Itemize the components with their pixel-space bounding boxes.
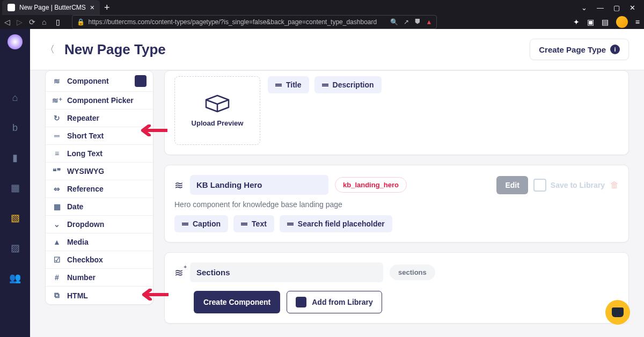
- save-icon: [533, 179, 546, 192]
- short-text-icon: ═: [52, 131, 62, 140]
- component-slug: kb_landing_hero: [335, 177, 407, 193]
- browser-toolbar: ◁ ▷ ⟳ ⌂ ▯ 🔒 https://buttercms.com/conten…: [0, 15, 644, 29]
- field-type-list: ≋Component ≋⁺Component Picker ↻Repeater …: [45, 70, 153, 305]
- new-tab-button[interactable]: +: [104, 2, 110, 13]
- reload-icon[interactable]: ⟳: [29, 18, 35, 26]
- sections-card: ≋+ sections Create Component Add from Li…: [164, 252, 629, 324]
- check-icon: ☑: [52, 255, 62, 264]
- home-icon[interactable]: ⌂: [42, 18, 46, 26]
- calendar-icon: ▦: [52, 202, 62, 211]
- lines-icon: [275, 84, 282, 86]
- field-item-component[interactable]: ≋Component: [46, 71, 153, 92]
- sections-slug: sections: [390, 265, 435, 280]
- maximize-icon[interactable]: ▢: [613, 4, 620, 12]
- add-from-library-button[interactable]: Add from Library: [287, 291, 382, 313]
- field-item-date[interactable]: ▦Date: [46, 198, 153, 216]
- app-header: 〈 New Page Type Create Page Type i: [30, 29, 644, 70]
- profile-avatar[interactable]: [616, 16, 628, 28]
- page-title: New Page Type: [64, 41, 166, 58]
- field-chip-text[interactable]: Text: [233, 215, 274, 232]
- field-chip-title[interactable]: Title: [268, 76, 309, 93]
- browser-tab[interactable]: New Page | ButterCMS ×: [2, 0, 100, 15]
- bookmark-icon[interactable]: ▯: [56, 18, 60, 26]
- close-icon[interactable]: ×: [90, 3, 94, 12]
- preview-card: Upload Preview Title Description: [164, 70, 629, 155]
- back-chevron-icon[interactable]: 〈: [45, 43, 55, 56]
- field-chip-search-placeholder[interactable]: Search field placeholder: [280, 215, 392, 232]
- lines-icon: [322, 84, 328, 86]
- chevron-down-icon[interactable]: ⌄: [581, 4, 587, 12]
- chat-icon: [612, 307, 624, 317]
- library-badge-icon: [135, 75, 147, 87]
- rail-grid-icon[interactable]: ▦: [4, 177, 26, 199]
- close-window-icon[interactable]: ✕: [630, 4, 635, 12]
- chat-fab[interactable]: [605, 300, 630, 325]
- extension-icon[interactable]: ✦: [573, 18, 580, 26]
- link-icon: ⇔: [52, 185, 62, 193]
- app-side-rail: ⌂ b ▮ ▦ ▧ ▨ 👥: [0, 29, 30, 337]
- field-item-wysiwyg[interactable]: ❝❞WYSIWYG: [46, 163, 153, 180]
- chevron-down-icon: ⌄: [52, 220, 62, 229]
- app-main: 〈 New Page Type Create Page Type i ≋Comp…: [30, 29, 644, 337]
- tab-favicon: [8, 4, 15, 11]
- lines-icon: [287, 223, 294, 225]
- component-description: Hero component for knowledge base landin…: [174, 200, 619, 209]
- field-item-checkbox[interactable]: ☑Checkbox: [46, 251, 153, 269]
- layers-plus-icon: ≋⁺: [52, 96, 62, 105]
- rail-content-types-icon[interactable]: ▧: [4, 207, 26, 229]
- save-to-library-button[interactable]: Save to Library: [533, 179, 605, 192]
- component-card: ≋ kb_landing_hero Edit Save to Library 🗑: [164, 165, 629, 243]
- lines-icon: [182, 223, 188, 225]
- field-item-short-text[interactable]: ═Short Text: [46, 127, 153, 145]
- create-page-type-label: Create Page Type: [539, 45, 606, 54]
- trash-icon[interactable]: 🗑: [610, 180, 619, 190]
- zoom-icon[interactable]: 🔍: [390, 18, 398, 26]
- image-icon: ▲: [52, 238, 62, 246]
- field-item-number[interactable]: #Number: [46, 269, 153, 287]
- back-icon[interactable]: ◁: [4, 18, 10, 26]
- share-icon[interactable]: ↗: [404, 18, 409, 26]
- upload-preview-label: Upload Preview: [192, 119, 244, 127]
- field-item-dropdown[interactable]: ⌄Dropdown: [46, 216, 153, 233]
- rail-home-icon[interactable]: ⌂: [4, 87, 26, 108]
- library-icon[interactable]: ▤: [602, 18, 609, 26]
- rail-pages-icon[interactable]: ▮: [4, 147, 26, 169]
- code-icon: ⧉: [52, 291, 62, 300]
- field-item-html[interactable]: ⧉HTML: [46, 287, 153, 304]
- rail-blog-icon[interactable]: b: [4, 117, 26, 138]
- field-item-long-text[interactable]: ≡Long Text: [46, 145, 153, 163]
- main-column: Upload Preview Title Description ≋: [164, 70, 629, 324]
- app-logo[interactable]: [8, 34, 23, 49]
- library-icon: [296, 297, 306, 307]
- content-area: ⌂ b ▮ ▦ ▧ ▨ 👥 〈 New Page Type Create Pag…: [0, 29, 644, 337]
- field-chip-description[interactable]: Description: [314, 76, 382, 93]
- browser-titlebar: New Page | ButterCMS × + ⌄ — ▢ ✕: [0, 0, 644, 15]
- field-item-media[interactable]: ▲Media: [46, 233, 153, 251]
- shield-icon[interactable]: ⛊: [414, 18, 421, 26]
- field-item-component-picker[interactable]: ≋⁺Component Picker: [46, 92, 153, 109]
- edit-button[interactable]: Edit: [496, 176, 528, 194]
- layers-plus-icon: ≋+: [174, 266, 184, 279]
- browser-window: New Page | ButterCMS × + ⌄ — ▢ ✕ ◁ ▷ ⟳ ⌂…: [0, 0, 644, 337]
- box-icon: [205, 94, 230, 113]
- warning-icon[interactable]: ▲: [426, 18, 433, 26]
- address-bar[interactable]: 🔒 https://buttercms.com/content-types/pa…: [72, 15, 437, 29]
- rail-media-icon[interactable]: ▨: [4, 237, 26, 259]
- extensions-icon[interactable]: ▣: [587, 18, 594, 26]
- field-item-repeater[interactable]: ↻Repeater: [46, 109, 153, 127]
- menu-icon[interactable]: ≡: [635, 18, 640, 26]
- forward-icon[interactable]: ▷: [17, 18, 23, 26]
- upload-preview-box[interactable]: Upload Preview: [174, 76, 260, 145]
- create-page-type-button[interactable]: Create Page Type i: [530, 39, 629, 60]
- tab-title: New Page | ButterCMS: [19, 4, 86, 11]
- rail-users-icon[interactable]: 👥: [4, 267, 26, 289]
- create-component-button[interactable]: Create Component: [194, 291, 280, 313]
- minimize-icon[interactable]: —: [597, 4, 604, 12]
- component-name-input[interactable]: [190, 175, 328, 195]
- sections-name-input[interactable]: [190, 262, 383, 282]
- field-item-reference[interactable]: ⇔Reference: [46, 180, 153, 198]
- layers-icon: ≋: [174, 179, 184, 192]
- window-controls: ⌄ — ▢ ✕: [581, 4, 642, 12]
- annotation-arrow-1: [140, 124, 167, 136]
- field-chip-caption[interactable]: Caption: [174, 215, 228, 232]
